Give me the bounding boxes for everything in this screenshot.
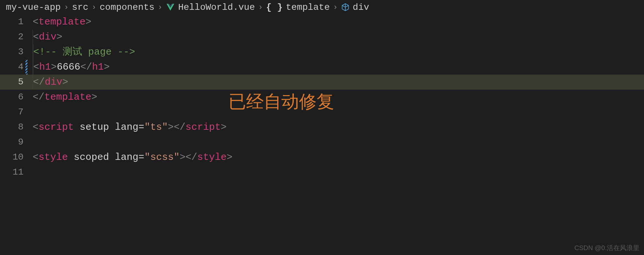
- braces-icon: { }: [266, 2, 282, 12]
- breadcrumb-item[interactable]: div: [353, 2, 369, 12]
- code-line[interactable]: 9: [0, 135, 644, 150]
- code-line[interactable]: 2 <div>: [0, 29, 644, 44]
- modified-indicator: [25, 60, 27, 75]
- code-line[interactable]: 11: [0, 165, 644, 180]
- chevron-right-icon: ›: [92, 3, 96, 12]
- code-content: <div>: [33, 29, 62, 44]
- code-line[interactable]: 10 <style scoped lang="scss"></style>: [0, 150, 644, 165]
- chevron-right-icon: ›: [258, 3, 263, 12]
- line-number: 3: [0, 44, 33, 60]
- code-content: <template>: [33, 14, 91, 29]
- code-line[interactable]: 1 <template>: [0, 14, 644, 29]
- breadcrumb-item[interactable]: template: [286, 2, 330, 12]
- line-number: 5: [0, 75, 33, 90]
- line-number: 7: [0, 105, 33, 120]
- line-number: 6: [0, 90, 33, 105]
- line-number: 8: [0, 120, 33, 135]
- code-content: <style scoped lang="scss"></style>: [33, 150, 232, 165]
- code-content: </template>: [33, 90, 97, 105]
- breadcrumb-item[interactable]: my-vue-app: [6, 2, 61, 12]
- line-number: 9: [0, 135, 33, 150]
- vue-icon: [166, 3, 175, 12]
- code-content: </div>: [33, 75, 68, 90]
- line-number: 2: [0, 29, 33, 44]
- breadcrumb[interactable]: my-vue-app › src › components › HelloWor…: [0, 0, 644, 14]
- chevron-right-icon: ›: [158, 3, 162, 12]
- chevron-right-icon: ›: [333, 3, 338, 12]
- annotation-overlay: 已经自动修复: [228, 90, 334, 114]
- watermark: CSDN @0.活在风浪里: [574, 244, 639, 252]
- code-content: <h1>6666</h1>: [33, 60, 110, 75]
- code-line[interactable]: 3 <!-- 测试 page -->: [0, 44, 644, 60]
- line-number: 4: [0, 60, 33, 75]
- cube-icon: [341, 3, 350, 11]
- breadcrumb-item[interactable]: src: [72, 2, 88, 12]
- line-number: 1: [0, 14, 33, 29]
- chevron-right-icon: ›: [64, 3, 69, 12]
- code-line-active[interactable]: 5 </div>: [0, 75, 644, 90]
- code-line[interactable]: 4 <h1>6666</h1>: [0, 60, 644, 75]
- code-content: <script setup lang="ts"></script>: [33, 120, 227, 135]
- code-content: <!-- 测试 page -->: [33, 44, 135, 60]
- breadcrumb-item[interactable]: components: [100, 2, 154, 12]
- line-number: 11: [0, 165, 33, 180]
- breadcrumb-item[interactable]: HelloWorld.vue: [178, 2, 255, 12]
- code-line[interactable]: 8 <script setup lang="ts"></script>: [0, 120, 644, 135]
- line-number: 10: [0, 150, 33, 165]
